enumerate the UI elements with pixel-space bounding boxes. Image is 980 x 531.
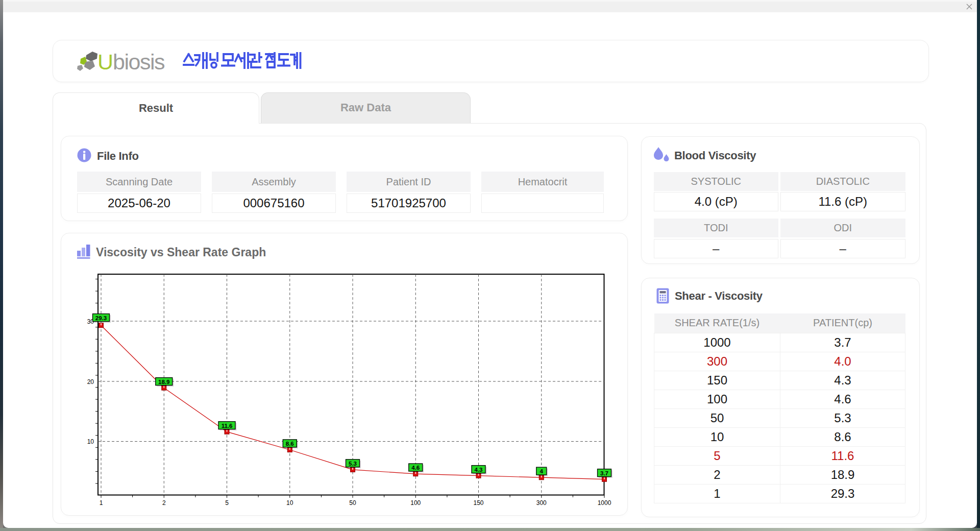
svg-text:2: 2: [162, 499, 166, 506]
svg-text:U: U: [97, 50, 113, 74]
svg-text:4: 4: [540, 468, 544, 474]
svg-text:3.7: 3.7: [600, 470, 608, 476]
svg-text:4.3: 4.3: [475, 467, 483, 473]
svg-text:10: 10: [286, 499, 293, 506]
svg-text:1000: 1000: [598, 499, 611, 506]
svg-text:5: 5: [225, 499, 229, 506]
svg-text:10: 10: [87, 438, 94, 445]
svg-text:11.6: 11.6: [222, 423, 233, 429]
svg-text:50: 50: [349, 499, 356, 506]
svg-text:biosis: biosis: [113, 50, 164, 74]
svg-text:100: 100: [410, 499, 421, 506]
svg-text:18.9: 18.9: [158, 379, 169, 385]
svg-text:8.6: 8.6: [286, 441, 294, 447]
svg-text:5.3: 5.3: [349, 461, 357, 467]
svg-text:300: 300: [536, 499, 547, 506]
svg-text:1: 1: [100, 499, 103, 506]
svg-text:20: 20: [87, 378, 94, 385]
svg-text:29.3: 29.3: [95, 315, 107, 321]
svg-text:4.6: 4.6: [411, 465, 420, 471]
svg-text:150: 150: [473, 499, 483, 506]
